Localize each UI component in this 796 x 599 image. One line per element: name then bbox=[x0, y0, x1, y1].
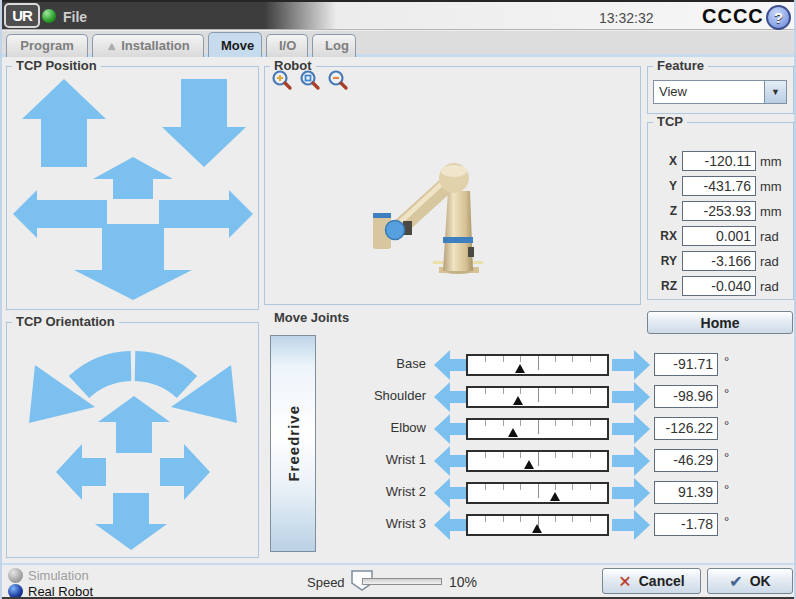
speed-slider-track[interactable] bbox=[362, 578, 442, 585]
tilt-right-arrow[interactable] bbox=[160, 444, 210, 500]
joint-plus-arrow[interactable] bbox=[612, 446, 650, 476]
joint-position-marker bbox=[508, 428, 518, 437]
ur-logo-icon: UR bbox=[4, 3, 40, 28]
jog-forward-arrow[interactable] bbox=[93, 157, 173, 199]
joint-slider[interactable] bbox=[466, 386, 609, 408]
tcp-rx-field[interactable]: 0.001 bbox=[682, 226, 756, 246]
joint-plus-arrow[interactable] bbox=[612, 414, 650, 444]
joint-plus-arrow[interactable] bbox=[612, 382, 650, 412]
joint-position-marker bbox=[513, 396, 523, 405]
tcp-panel-title: TCP bbox=[653, 114, 687, 129]
zoom-fit-icon[interactable] bbox=[299, 69, 321, 91]
jog-down-arrow[interactable] bbox=[162, 79, 246, 167]
joint-slider[interactable] bbox=[466, 482, 609, 504]
jog-up-arrow[interactable] bbox=[22, 79, 106, 167]
joint-plus-arrow[interactable] bbox=[612, 510, 650, 540]
speed-value: 10% bbox=[449, 574, 477, 590]
joint-row-wrist3: Wrist 3 -1.78 ° bbox=[302, 510, 742, 540]
tcp-x-field[interactable]: -120.11 bbox=[682, 151, 756, 171]
tab-io[interactable]: I/O bbox=[266, 34, 308, 57]
tab-bar: Program ▲Installation Move I/O Log bbox=[2, 31, 796, 57]
joint-value-field[interactable]: -1.78 bbox=[654, 513, 718, 536]
help-icon[interactable]: ? bbox=[766, 5, 791, 30]
file-menu[interactable]: File bbox=[63, 9, 87, 25]
joint-value-field[interactable]: -91.71 bbox=[654, 353, 718, 376]
joint-position-marker bbox=[550, 492, 560, 501]
tcp-row-ry: RY -3.166 rad bbox=[652, 251, 779, 271]
tcp-ry-field[interactable]: -3.166 bbox=[682, 251, 756, 271]
joint-row-wrist2: Wrist 2 91.39 ° bbox=[302, 478, 742, 508]
ok-button[interactable]: ✔ OK bbox=[707, 568, 793, 594]
zoom-in-icon[interactable] bbox=[271, 69, 293, 91]
rotate-right-arc[interactable] bbox=[135, 366, 187, 387]
tilt-down-arrow[interactable] bbox=[95, 493, 167, 550]
tcp-row-z: Z -253.93 mm bbox=[652, 201, 782, 221]
joint-plus-arrow[interactable] bbox=[612, 350, 650, 380]
rotate-left-arc[interactable] bbox=[79, 366, 131, 387]
robot-3d-view[interactable] bbox=[353, 151, 483, 281]
tcp-position-panel: TCP Position bbox=[6, 66, 259, 310]
tcp-row-x: X -120.11 mm bbox=[652, 151, 782, 171]
tab-log[interactable]: Log bbox=[312, 34, 356, 57]
joint-value-field[interactable]: -46.29 bbox=[654, 449, 718, 472]
joint-slider[interactable] bbox=[466, 418, 609, 440]
tcp-orientation-panel: TCP Orientation bbox=[6, 322, 259, 558]
clock: 13:32:32 bbox=[599, 10, 654, 26]
joint-plus-arrow[interactable] bbox=[612, 478, 650, 508]
feature-dropdown-value: View bbox=[654, 81, 764, 103]
top-bar: UR File 13:32:32 CCCC ? bbox=[2, 0, 796, 30]
footer-bar: Simulation Real Robot Speed 10% ✕ Cancel… bbox=[2, 563, 796, 597]
joint-position-marker bbox=[524, 460, 534, 469]
ok-check-icon: ✔ bbox=[729, 572, 742, 591]
joint-slider[interactable] bbox=[466, 354, 609, 376]
cancel-button[interactable]: ✕ Cancel bbox=[602, 568, 701, 594]
zoom-out-icon[interactable] bbox=[327, 69, 349, 91]
joint-slider[interactable] bbox=[466, 514, 609, 536]
move-joints-title: Move Joints bbox=[274, 310, 349, 325]
tcp-y-field[interactable]: -431.76 bbox=[682, 176, 756, 196]
joint-row-elbow: Elbow -126.22 ° bbox=[302, 414, 742, 444]
joint-position-marker bbox=[515, 364, 525, 373]
joint-row-wrist1: Wrist 1 -46.29 ° bbox=[302, 446, 742, 476]
tab-move[interactable]: Move bbox=[208, 32, 262, 57]
joint-row-shoulder: Shoulder -98.96 ° bbox=[302, 382, 742, 412]
simulation-radio[interactable] bbox=[8, 568, 23, 583]
chevron-down-icon[interactable]: ▼ bbox=[764, 81, 786, 103]
joint-position-marker bbox=[532, 524, 542, 533]
status-orb-icon bbox=[42, 9, 56, 23]
speed-label: Speed bbox=[307, 575, 345, 590]
feature-dropdown[interactable]: View ▼ bbox=[653, 80, 787, 104]
tcp-rz-field[interactable]: -0.040 bbox=[682, 276, 756, 296]
tab-program[interactable]: Program bbox=[6, 34, 88, 57]
simulation-label: Simulation bbox=[28, 568, 89, 583]
robot-panel: Robot bbox=[264, 66, 641, 305]
window-title: CCCC bbox=[702, 5, 764, 28]
tcp-row-rz: RZ -0.040 rad bbox=[652, 276, 779, 296]
joint-row-base: Base -91.71 ° bbox=[302, 350, 742, 380]
jog-back-arrow[interactable] bbox=[74, 224, 192, 300]
jog-right-arrow[interactable] bbox=[159, 190, 253, 238]
tab-installation[interactable]: ▲Installation bbox=[92, 34, 204, 57]
cancel-x-icon: ✕ bbox=[618, 572, 631, 591]
feature-panel-title: Feature bbox=[653, 58, 708, 73]
tilt-left-arrow[interactable] bbox=[56, 444, 106, 500]
tcp-row-rx: RX 0.001 rad bbox=[652, 226, 779, 246]
tcp-z-field[interactable]: -253.93 bbox=[682, 201, 756, 221]
home-button[interactable]: Home bbox=[647, 311, 793, 334]
warning-icon: ▲ bbox=[106, 40, 117, 52]
joint-value-field[interactable]: -98.96 bbox=[654, 385, 718, 408]
tcp-row-y: Y -431.76 mm bbox=[652, 176, 782, 196]
joint-value-field[interactable]: -126.22 bbox=[654, 417, 718, 440]
jog-left-arrow[interactable] bbox=[13, 190, 107, 238]
tilt-up-arrow[interactable] bbox=[98, 396, 170, 453]
joint-slider[interactable] bbox=[466, 450, 609, 472]
polyscope-window: UR File 13:32:32 CCCC ? Program ▲Install… bbox=[0, 0, 796, 599]
joint-value-field[interactable]: 91.39 bbox=[654, 481, 718, 504]
